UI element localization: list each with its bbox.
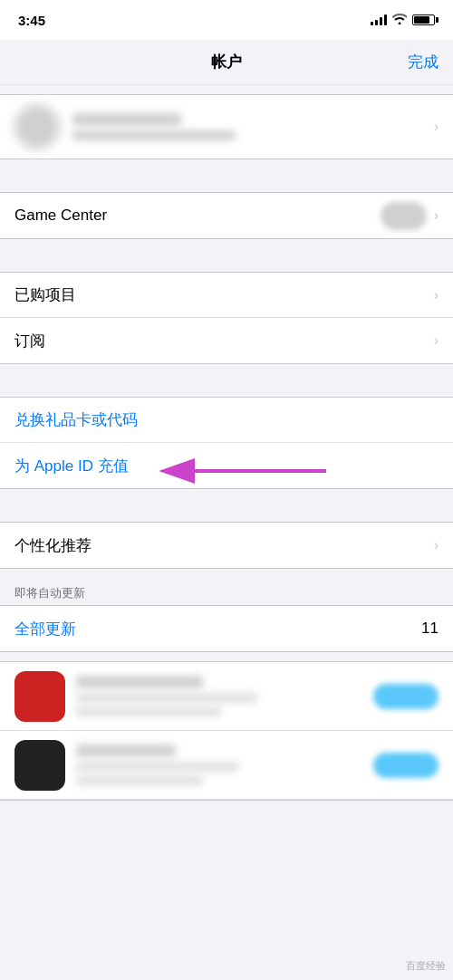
done-button[interactable]: 完成 xyxy=(408,52,439,72)
app-desc-2 xyxy=(76,762,239,772)
nav-bar: 帐户 完成 xyxy=(0,40,453,85)
profile-name xyxy=(72,113,181,126)
profile-email xyxy=(72,130,236,140)
gap-top xyxy=(0,85,453,94)
app-info-2 xyxy=(76,745,373,785)
app-row-1[interactable] xyxy=(0,662,453,731)
topup-appleid-label: 为 Apple ID 充值 xyxy=(14,456,129,476)
redeem-gift-card-label: 兑换礼品卡或代码 xyxy=(14,409,138,430)
nav-title: 帐户 xyxy=(211,52,242,72)
gap-2 xyxy=(0,239,453,272)
app-icon-1 xyxy=(14,671,65,722)
purchased-subscription-section: 已购项目 › 订阅 › xyxy=(0,272,453,364)
profile-info xyxy=(72,113,434,140)
status-icons xyxy=(371,13,435,27)
update-all-cell[interactable]: 全部更新 11 xyxy=(0,606,453,651)
subscriptions-label: 订阅 xyxy=(14,331,45,351)
app-info-1 xyxy=(76,676,373,716)
profile-section: › xyxy=(0,94,453,159)
content-area: › Game Center › 已购项目 › 订阅 › xyxy=(0,85,453,980)
game-center-right: › xyxy=(381,202,439,230)
app-update-btn-1[interactable] xyxy=(373,684,439,709)
gap-5 xyxy=(0,569,453,578)
app-icon-2 xyxy=(14,740,65,791)
game-center-toggle[interactable] xyxy=(381,202,427,230)
subscriptions-right: › xyxy=(434,332,439,349)
game-center-section: Game Center › xyxy=(0,192,453,239)
gap-4 xyxy=(0,489,453,522)
chevron-icon: › xyxy=(434,207,439,224)
app-row-2[interactable] xyxy=(0,731,453,800)
app-desc-1b xyxy=(76,706,221,716)
status-time: 3:45 xyxy=(18,13,45,28)
avatar xyxy=(14,104,60,149)
app-name-2 xyxy=(76,745,176,757)
profile-chevron: › xyxy=(434,119,439,135)
watermark: 百度经验 xyxy=(406,959,446,973)
gap-6 xyxy=(0,652,453,661)
personalized-label: 个性化推荐 xyxy=(14,535,92,556)
wifi-icon xyxy=(392,13,407,27)
status-bar: 3:45 xyxy=(0,0,453,40)
update-all-label: 全部更新 xyxy=(14,619,76,639)
chevron-icon: › xyxy=(434,119,439,135)
purchased-label: 已购项目 xyxy=(14,284,76,305)
personalized-section: 个性化推荐 › xyxy=(0,522,453,569)
redeem-gift-card-cell[interactable]: 兑换礼品卡或代码 xyxy=(0,398,453,443)
topup-appleid-cell[interactable]: 为 Apple ID 充值 xyxy=(0,443,453,488)
app-desc-1 xyxy=(76,693,257,703)
profile-cell[interactable]: › xyxy=(0,95,453,159)
signal-bars-icon xyxy=(371,14,387,25)
redeem-topup-section: 兑换礼品卡或代码 为 Apple ID 充值 xyxy=(0,397,453,489)
battery-icon xyxy=(412,14,435,25)
gap-1 xyxy=(0,159,453,192)
app-desc-2b xyxy=(76,775,203,785)
chevron-icon: › xyxy=(434,287,439,303)
app-update-btn-2[interactable] xyxy=(373,753,439,778)
personalized-cell[interactable]: 个性化推荐 › xyxy=(0,523,453,568)
game-center-cell[interactable]: Game Center › xyxy=(0,193,453,238)
purchased-right: › xyxy=(434,287,439,303)
chevron-icon: › xyxy=(434,537,439,553)
update-count: 11 xyxy=(421,620,439,638)
personalized-right: › xyxy=(434,537,439,553)
auto-update-section-label: 即将自动更新 xyxy=(0,578,453,605)
update-all-section: 全部更新 11 xyxy=(0,605,453,652)
subscriptions-cell[interactable]: 订阅 › xyxy=(0,318,453,363)
update-all-right: 11 xyxy=(421,620,439,638)
purchased-cell[interactable]: 已购项目 › xyxy=(0,273,453,318)
gap-3 xyxy=(0,364,453,397)
game-center-label: Game Center xyxy=(14,207,107,225)
chevron-icon: › xyxy=(434,332,439,349)
app-name-1 xyxy=(76,676,203,688)
app-list-section xyxy=(0,661,453,801)
